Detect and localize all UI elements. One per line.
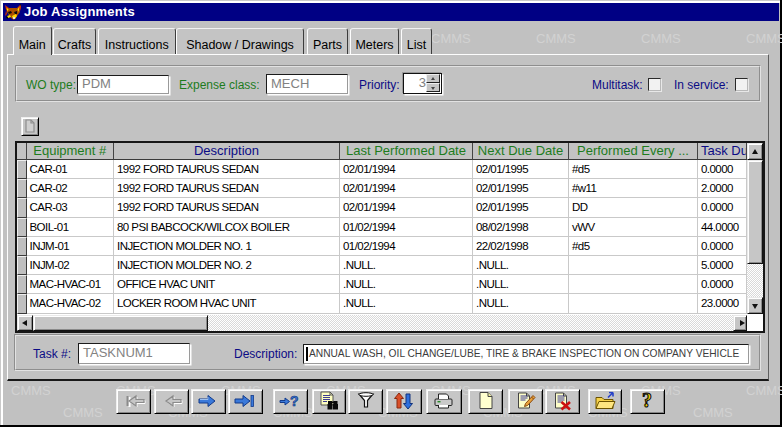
svg-text:?: ? [290,393,299,409]
svg-text:?: ? [642,391,652,411]
